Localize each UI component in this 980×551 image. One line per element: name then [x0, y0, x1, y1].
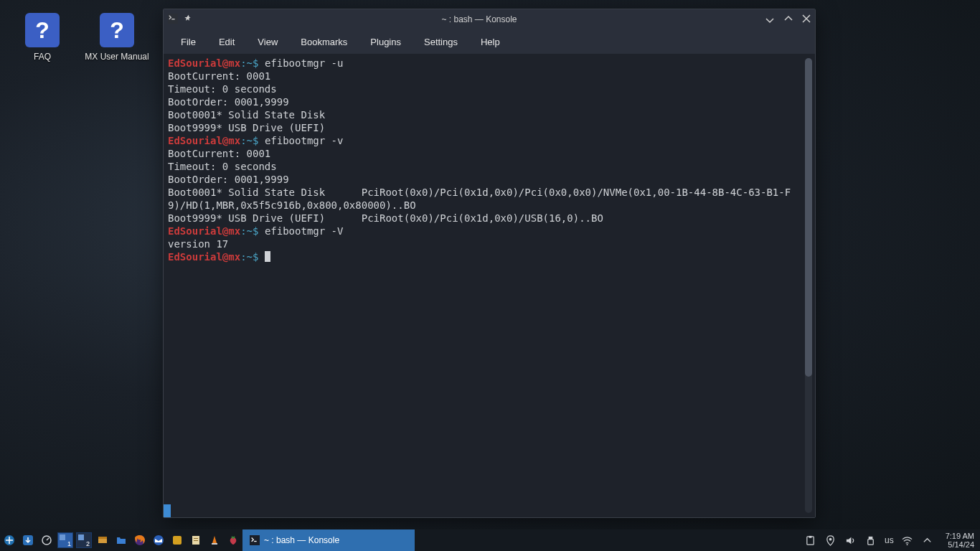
- scrollbar-thumb[interactable]: [805, 58, 812, 377]
- window-title: ~ : bash — Konsole: [194, 14, 765, 24]
- menu-file[interactable]: File: [171, 32, 206, 52]
- maximize-button[interactable]: [783, 14, 793, 25]
- konsole-window: ~ : bash — Konsole File Edit View Bookma…: [163, 9, 816, 518]
- minimize-button[interactable]: [765, 14, 775, 25]
- file-manager-icon[interactable]: [112, 529, 131, 551]
- keyboard-layout[interactable]: us: [885, 535, 894, 545]
- svg-rect-6: [98, 537, 107, 539]
- terminal-content[interactable]: EdSourial@mx:~$ efibootmgr -u BootCurren…: [168, 57, 815, 263]
- menubar: File Edit View Bookmarks Plugins Setting…: [164, 29, 815, 54]
- menu-bookmarks[interactable]: Bookmarks: [291, 32, 357, 52]
- pager-2[interactable]: 2: [75, 529, 93, 551]
- svg-point-18: [829, 537, 832, 540]
- clock-date: 5/14/24: [946, 540, 974, 549]
- usb-icon[interactable]: [864, 535, 877, 546]
- wifi-icon[interactable]: [901, 535, 914, 546]
- terminal-icon: [168, 14, 178, 26]
- svg-rect-13: [212, 543, 217, 545]
- app-icon-yellow[interactable]: [168, 529, 187, 551]
- svg-point-21: [907, 544, 908, 545]
- menu-plugins[interactable]: Plugins: [360, 32, 411, 52]
- svg-rect-17: [809, 535, 812, 537]
- svg-rect-1: [171, 19, 174, 19]
- question-icon: ?: [100, 13, 134, 47]
- svg-rect-11: [194, 538, 198, 539]
- menu-edit[interactable]: Edit: [209, 32, 245, 52]
- clipboard-icon[interactable]: [804, 535, 817, 546]
- svg-rect-12: [194, 540, 198, 541]
- svg-rect-14: [250, 535, 260, 545]
- chevron-up-icon[interactable]: [921, 535, 934, 546]
- svg-rect-9: [173, 536, 182, 545]
- taskbar-task-konsole[interactable]: ~ : bash — Konsole: [242, 529, 415, 551]
- location-icon[interactable]: [824, 535, 837, 546]
- new-tab-handle[interactable]: [164, 504, 171, 517]
- thunderbird-icon[interactable]: [149, 529, 168, 551]
- desktop-icon-label: FAQ: [10, 52, 75, 62]
- task-label: ~ : bash — Konsole: [264, 535, 339, 545]
- firefox-icon[interactable]: [131, 529, 149, 551]
- question-icon: ?: [25, 13, 60, 47]
- svg-rect-15: [254, 541, 257, 542]
- menu-help[interactable]: Help: [471, 32, 510, 52]
- menu-settings[interactable]: Settings: [414, 32, 468, 52]
- terminal-area[interactable]: EdSourial@mx:~$ efibootmgr -u BootCurren…: [164, 54, 815, 517]
- menu-view[interactable]: View: [248, 32, 288, 52]
- desktop-icon-faq[interactable]: ? FAQ: [10, 13, 75, 62]
- updater-icon[interactable]: [19, 529, 37, 551]
- pin-icon[interactable]: [184, 14, 194, 26]
- taskbar: 1 2 ~ : bash — Konsole: [0, 529, 980, 551]
- svg-rect-20: [868, 539, 874, 545]
- volume-icon[interactable]: [844, 535, 857, 546]
- featherpad-icon[interactable]: [187, 529, 205, 551]
- start-button[interactable]: [0, 529, 19, 551]
- close-button[interactable]: [802, 14, 811, 24]
- system-monitor-icon[interactable]: [37, 529, 56, 551]
- desktop-icon-label: MX User Manual: [85, 52, 149, 62]
- titlebar[interactable]: ~ : bash — Konsole: [164, 9, 815, 29]
- vlc-icon[interactable]: [205, 529, 224, 551]
- scrollbar[interactable]: [805, 58, 812, 513]
- pager-1[interactable]: 1: [56, 529, 75, 551]
- desktop-icon-manual[interactable]: ? MX User Manual: [85, 13, 149, 62]
- strawberry-icon[interactable]: [224, 529, 242, 551]
- show-desktop-icon[interactable]: [93, 529, 112, 551]
- clock[interactable]: 7:19 AM 5/14/24: [941, 532, 974, 549]
- clock-time: 7:19 AM: [946, 532, 974, 540]
